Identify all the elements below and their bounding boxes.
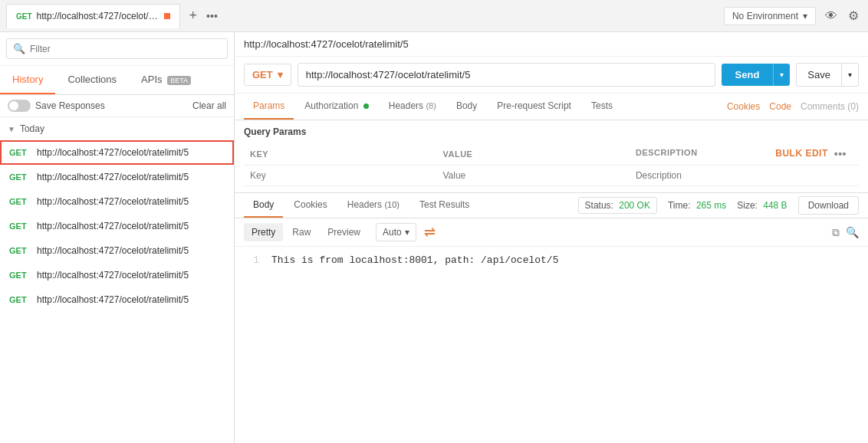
history-item[interactable]: GET http://localhost:4727/ocelot/ratelim… (0, 165, 234, 189)
history-group-label: Today (20, 123, 44, 134)
save-responses-toggle[interactable]: Save Responses (8, 100, 105, 112)
status-info: Status: 200 OK Time: 265 ms Size: 448 B … (578, 196, 859, 215)
content-tab-preview[interactable]: Preview (320, 223, 368, 241)
status-badge: Status: 200 OK (578, 197, 657, 214)
save-arrow-button[interactable]: ▾ (842, 63, 859, 87)
history-item[interactable]: GET http://localhost:4727/ocelot/ratelim… (0, 238, 234, 263)
description-column-header: DESCRIPTION ••• Bulk Edit (630, 143, 859, 166)
history-url: http://localhost:4727/ocelot/ratelimit/5 (37, 270, 189, 281)
history-group-today: ▼ Today (0, 117, 234, 140)
sidebar-tab-collections[interactable]: Collections (55, 66, 129, 94)
add-tab-button[interactable]: + (185, 8, 202, 24)
resp-tab-test-results[interactable]: Test Results (410, 193, 478, 218)
params-table: KEY VALUE DESCRIPTION ••• Bulk Edit (244, 143, 859, 186)
wrap-icon[interactable]: ⇌ (424, 224, 436, 241)
main-layout: 🔍 History Collections APIs BETA Save Res… (0, 32, 868, 443)
auto-format-select[interactable]: Auto ▾ (376, 223, 416, 241)
history-item[interactable]: GET http://localhost:4727/ocelot/ratelim… (0, 263, 234, 287)
method-badge: GET (9, 172, 31, 182)
resp-tab-headers[interactable]: Headers (10) (338, 193, 409, 218)
send-btn-group: Send ▾ (722, 64, 791, 86)
search-input[interactable] (30, 44, 221, 54)
description-input[interactable] (636, 170, 853, 181)
clear-all-button[interactable]: Clear all (192, 100, 226, 111)
tab-headers[interactable]: Headers (8) (380, 94, 446, 120)
copy-icon[interactable]: ⧉ (832, 226, 840, 239)
status-label: Status: (585, 200, 613, 211)
chevron-down-icon: ▾ (278, 69, 283, 80)
query-params-title: Query Params (244, 126, 859, 137)
response-icons: ⧉ 🔍 (832, 226, 859, 239)
key-input[interactable] (250, 170, 430, 181)
history-url: http://localhost:4727/ocelot/ratelimit/5 (37, 196, 189, 207)
toggle-knob (9, 101, 18, 110)
sidebar-tab-apis[interactable]: APIs BETA (129, 66, 203, 94)
tab-params[interactable]: Params (244, 94, 294, 120)
value-input[interactable] (442, 170, 623, 181)
save-responses-label: Save Responses (35, 100, 105, 111)
resp-tab-cookies[interactable]: Cookies (284, 193, 336, 218)
right-panel: http://localhost:4727/ocelot/ratelimit/5… (235, 32, 868, 443)
tab-url: http://localhost:4727/ocelot/rate... (37, 11, 159, 21)
size-info: Size: 448 B (737, 200, 787, 211)
content-tab-pretty[interactable]: Pretty (244, 223, 283, 241)
history-url: http://localhost:4727/ocelot/ratelimit/5 (37, 294, 189, 305)
history-url: http://localhost:4727/ocelot/ratelimit/5 (37, 221, 189, 231)
headers-count: (8) (426, 101, 436, 110)
code-link[interactable]: Code (769, 101, 791, 112)
chevron-down-icon: ▾ (405, 227, 409, 238)
chevron-down-icon: ▼ (8, 125, 15, 133)
resp-tab-body[interactable]: Body (244, 193, 283, 218)
environment-label: No Environment (732, 11, 798, 21)
bulk-edit-button[interactable]: Bulk Edit (775, 148, 828, 159)
eye-icon[interactable]: 👁 (822, 5, 840, 26)
resp-headers-count: (10) (384, 200, 399, 209)
history-list: ▼ Today GET http://localhost:4727/ocelot… (0, 117, 234, 443)
send-arrow-button[interactable]: ▾ (773, 64, 790, 86)
save-btn-group: Save ▾ (796, 63, 859, 87)
search-icon[interactable]: 🔍 (846, 226, 859, 239)
code-line: 1 This is from localhost:8001, path: /ap… (244, 254, 859, 266)
send-button[interactable]: Send (722, 64, 774, 86)
method-badge: GET (9, 271, 31, 280)
tab-authorization[interactable]: Authorization (295, 94, 377, 120)
line-number: 1 (244, 254, 259, 266)
history-url: http://localhost:4727/ocelot/ratelimit/5 (37, 147, 189, 158)
history-item[interactable]: GET http://localhost:4727/ocelot/ratelim… (0, 214, 234, 238)
key-column-header: KEY (244, 143, 436, 166)
history-url: http://localhost:4727/ocelot/ratelimit/5 (37, 245, 189, 256)
response-tabs-bar: Body Cookies Headers (10) Test Results S… (235, 193, 868, 218)
tab-pre-request-script[interactable]: Pre-request Script (488, 94, 580, 120)
save-button[interactable]: Save (796, 63, 842, 87)
status-code: 200 OK (619, 200, 650, 211)
content-tab-raw[interactable]: Raw (284, 223, 318, 241)
chevron-down-icon: ▾ (803, 11, 807, 21)
search-icon: 🔍 (13, 43, 25, 54)
active-tab[interactable]: GET http://localhost:4727/ocelot/rate... (6, 4, 180, 28)
env-selector: No Environment ▾ 👁 ⚙ (724, 5, 862, 26)
sidebar-search-area: 🔍 (0, 32, 234, 66)
history-item[interactable]: GET http://localhost:4727/ocelot/ratelim… (0, 287, 234, 312)
search-box[interactable]: 🔍 (6, 38, 228, 59)
history-item[interactable]: GET http://localhost:4727/ocelot/ratelim… (0, 140, 234, 165)
method-badge: GET (9, 148, 31, 157)
method-select[interactable]: GET ▾ (244, 64, 291, 86)
line-content: This is from localhost:8001, path: /api/… (271, 254, 558, 266)
tab-body[interactable]: Body (447, 94, 486, 120)
download-button[interactable]: Download (798, 196, 859, 215)
cookies-link[interactable]: Cookies (727, 101, 760, 112)
request-bar: GET ▾ Send ▾ Save ▾ (235, 57, 868, 94)
sidebar-tab-history[interactable]: History (0, 66, 55, 94)
history-item[interactable]: GET http://localhost:4727/ocelot/ratelim… (0, 189, 234, 214)
environment-dropdown[interactable]: No Environment ▾ (724, 7, 816, 25)
method-badge: GET (9, 222, 31, 231)
more-tabs-button[interactable]: ••• (206, 10, 218, 22)
comments-link[interactable]: Comments (0) (801, 101, 859, 112)
toggle-switch[interactable] (8, 100, 31, 112)
url-input[interactable] (298, 63, 715, 87)
tab-tests[interactable]: Tests (582, 94, 622, 120)
tab-dot (164, 13, 170, 19)
gear-icon[interactable]: ⚙ (845, 5, 862, 26)
more-options-icon[interactable]: ••• (834, 148, 847, 160)
query-params-section: Query Params KEY VALUE DESCRIPTION ••• B… (235, 120, 868, 192)
